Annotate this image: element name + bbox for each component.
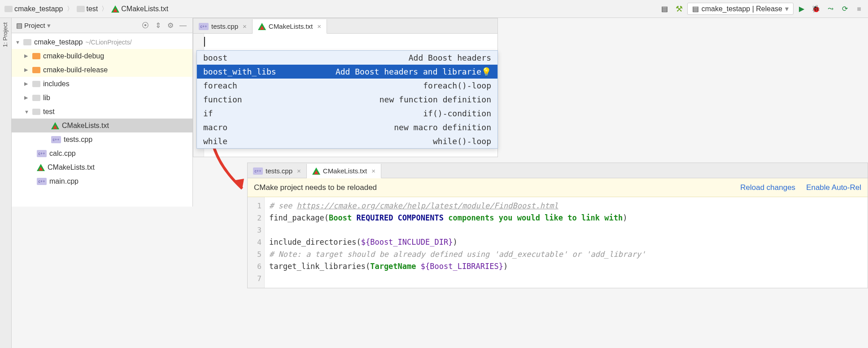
close-icon[interactable]: ×	[317, 22, 321, 30]
code-token: target_link_libraries(	[269, 262, 370, 271]
completion-popup: boost Add Boost headers boost_with_libs …	[196, 50, 498, 149]
tab-label: tests.cpp	[266, 167, 292, 175]
svg-marker-0	[233, 179, 244, 189]
cmake-icon	[37, 164, 45, 171]
left-tool-stripe: 1: Project	[0, 18, 12, 348]
expand-arrow-icon[interactable]: ▶	[24, 95, 30, 101]
code-url[interactable]: https://cmake.org/cmake/help/latest/modu…	[297, 201, 558, 210]
tree-path: ~/CLionProjects/	[86, 39, 132, 46]
close-icon[interactable]: ×	[297, 167, 301, 175]
code-token: # see	[269, 201, 297, 210]
tree-label: tests.cpp	[64, 136, 92, 144]
code-token: components you would like to link with	[444, 213, 623, 222]
lightbulb-icon: 💡	[481, 67, 491, 76]
completion-name: boost_with_libs	[203, 67, 276, 76]
locate-icon[interactable]: ⦿	[140, 21, 150, 31]
breadcrumb-item-file[interactable]: CMakeLists.txt	[109, 4, 170, 14]
code-token: ${Boost_LIBRARIES}	[416, 262, 503, 271]
tree-file-cmakelists[interactable]: CMakeLists.txt	[12, 119, 192, 132]
chevron-down-icon: ▾	[785, 4, 789, 13]
line-number: 5	[248, 248, 262, 260]
tree-file-cmakelists[interactable]: CMakeLists.txt	[12, 160, 192, 174]
chevron-down-icon: ▾	[47, 22, 51, 30]
build-button[interactable]: ⚒	[673, 3, 685, 15]
folder-icon	[32, 67, 40, 73]
tab-tests-cpp[interactable]: c++ tests.cpp ×	[248, 164, 307, 178]
tree-root[interactable]: ▼ cmake_testapp ~/CLionProjects/	[12, 35, 192, 49]
code-token: TargetName	[370, 262, 416, 271]
chevron-right-icon: 〉	[101, 5, 108, 13]
enable-auto-reload-link[interactable]: Enable Auto-Rel	[806, 183, 861, 192]
tree-label: cmake-build-debug	[43, 52, 104, 60]
completion-item[interactable]: while while()-loop	[197, 134, 497, 148]
collapse-icon[interactable]: ⇕	[153, 21, 163, 31]
profile-button[interactable]: ⤳	[824, 3, 837, 15]
completion-name: while	[203, 137, 227, 146]
expand-arrow-icon[interactable]: ▼	[15, 40, 21, 45]
expand-arrow-icon[interactable]: ▼	[24, 109, 30, 115]
tree-label: test	[43, 108, 55, 116]
expand-arrow-icon[interactable]: ▶	[24, 67, 30, 73]
code-token: )	[453, 238, 457, 247]
tree-folder[interactable]: ▶ cmake-build-debug	[12, 49, 192, 63]
close-icon[interactable]: ×	[371, 167, 375, 175]
pane-title[interactable]: ▤ Project ▾	[16, 22, 51, 30]
hide-icon[interactable]: —	[178, 21, 188, 31]
tab-cmakelists[interactable]: CMakeLists.txt ×	[253, 19, 327, 34]
breadcrumb-label: cmake_testapp	[14, 5, 63, 13]
completion-desc: if()-condition	[423, 109, 491, 118]
tree-folder[interactable]: ▼ test	[12, 105, 192, 119]
run-target-icon[interactable]: ▤	[659, 3, 671, 15]
tree-folder[interactable]: ▶ cmake-build-release	[12, 63, 192, 77]
run-config-label: cmake_testapp | Release	[702, 5, 782, 13]
completion-desc: new macro definition	[394, 123, 491, 132]
completion-item[interactable]: boost Add Boost headers	[197, 51, 497, 65]
breadcrumb-item-folder[interactable]: test	[75, 4, 100, 14]
chevron-right-icon: 〉	[67, 5, 73, 13]
cpp-file-icon: c++	[37, 150, 47, 157]
gear-icon[interactable]: ⚙	[166, 21, 175, 31]
line-number: 2	[248, 212, 262, 224]
run-button[interactable]: ▶	[795, 3, 808, 15]
tab-cmakelists[interactable]: CMakeLists.txt ×	[307, 164, 381, 178]
completion-item[interactable]: function new function definition	[197, 93, 497, 106]
side-tab-label: 1: Project	[2, 22, 9, 47]
cmake-icon	[111, 5, 119, 13]
tree-file-cpp[interactable]: c++ calc.cpp	[12, 146, 192, 160]
run-configuration-selector[interactable]: ▤ cmake_testapp | Release ▾	[687, 3, 794, 15]
cpp-file-icon: c++	[37, 178, 47, 185]
completion-name: function	[203, 95, 242, 104]
breadcrumb-item-root[interactable]: cmake_testapp	[3, 4, 65, 14]
close-icon[interactable]: ×	[243, 22, 247, 30]
completion-item[interactable]: foreach foreach()-loop	[197, 79, 497, 93]
completion-item-selected[interactable]: boost_with_libs Add Boost headers and li…	[197, 65, 497, 79]
reload-changes-link[interactable]: Reload changes	[740, 183, 795, 192]
project-tree: ▼ cmake_testapp ~/CLionProjects/ ▶ cmake…	[12, 33, 192, 190]
completion-item[interactable]: macro new macro definition	[197, 120, 497, 134]
code-token: REQUIRED	[352, 213, 393, 222]
completion-item[interactable]: if if()-condition	[197, 106, 497, 120]
banner-text: CMake project needs to be reloaded	[254, 183, 377, 192]
expand-arrow-icon[interactable]: ▶	[24, 53, 30, 59]
completion-name: if	[203, 109, 213, 118]
line-number: 6	[248, 260, 262, 273]
editor-tabs: c++ tests.cpp × CMakeLists.txt ×	[248, 163, 868, 178]
expand-arrow-icon[interactable]: ▶	[24, 81, 30, 87]
debug-button[interactable]: 🐞	[810, 3, 822, 15]
project-icon: ▤	[16, 22, 22, 30]
project-tool-tab[interactable]: 1: Project	[0, 18, 10, 52]
tree-folder[interactable]: ▶ includes	[12, 77, 192, 91]
completion-desc: new function definition	[379, 95, 491, 104]
tree-folder[interactable]: ▶ lib	[12, 91, 192, 105]
line-number: 7	[248, 273, 262, 285]
tree-label: includes	[43, 80, 70, 88]
coverage-button[interactable]: ⟳	[838, 3, 851, 15]
stop-button[interactable]: ■	[853, 3, 865, 15]
tree-file-cpp[interactable]: c++ tests.cpp	[12, 132, 192, 146]
line-gutter: 1 2 3 4 5 6 7	[248, 197, 265, 288]
tab-tests-cpp[interactable]: c++ tests.cpp ×	[193, 19, 253, 33]
code-editor[interactable]: # see https://cmake.org/cmake/help/lates…	[265, 197, 650, 288]
tree-file-cpp[interactable]: c++ main.cpp	[12, 174, 192, 188]
folder-icon	[77, 6, 85, 12]
completion-desc: foreach()-loop	[423, 81, 491, 90]
